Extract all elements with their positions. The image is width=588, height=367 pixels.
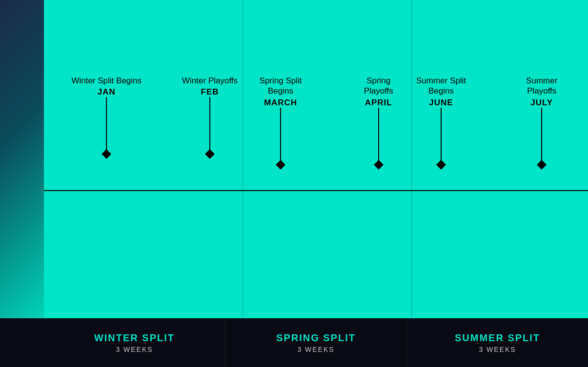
event-spring-split-begins: Spring Split BeginsMARCH [251,0,310,193]
event-name-winter-playoffs: Winter Playoffs [181,76,239,86]
diamond-spring-playoffs [374,160,384,170]
event-month-spring-split-begins: MARCH [251,98,310,108]
event-summer-split-begins: Summer Split BeginsJUNE [412,0,470,193]
event-winter-playoffs: Winter PlayoffsFEB [181,0,239,193]
connector-winter-playoffs [209,97,210,151]
divider-line-0 [243,0,243,318]
bottom-section-winter-split: WINTER SPLIT3 WEEKS [44,318,225,367]
bottom-section-title-summer-split: SUMMER SPLIT [455,332,540,344]
event-name-summer-playoffs: Summer Playoffs [512,76,571,97]
diamond-summer-split-begins [436,160,446,170]
connector-spring-split-begins [280,108,281,161]
bottom-section-title-spring-split: SPRING SPLIT [276,332,356,344]
connector-summer-playoffs [541,108,542,161]
event-month-spring-playoffs: APRIL [349,98,408,108]
bottom-sections: WINTER SPLIT3 WEEKSSPRING SPLIT3 WEEKSSU… [44,318,588,367]
bottom-bar: WINTER SPLIT3 WEEKSSPRING SPLIT3 WEEKSSU… [0,318,588,367]
event-month-summer-split-begins: JUNE [412,98,470,108]
main-container: Winter Split BeginsJANWinter PlayoffsFEB… [0,0,588,367]
bottom-section-subtitle-winter-split: 3 WEEKS [116,346,153,353]
timeline-content: Winter Split BeginsJANWinter PlayoffsFEB… [44,0,588,318]
event-name-spring-split-begins: Spring Split Begins [251,76,310,97]
bottom-section-subtitle-summer-split: 3 WEEKS [479,346,516,353]
bottom-section-summer-split: SUMMER SPLIT3 WEEKS [407,318,588,367]
event-winter-split-begins: Winter Split BeginsJAN [71,0,142,193]
event-name-summer-split-begins: Summer Split Begins [412,76,470,97]
left-sidebar [0,0,44,318]
event-spring-playoffs: Spring PlayoffsAPRIL [349,0,408,193]
diamond-spring-split-begins [276,160,285,170]
bottom-section-spring-split: SPRING SPLIT3 WEEKS [225,318,407,367]
connector-summer-split-begins [441,108,442,161]
diamond-winter-split-begins [101,149,111,159]
connector-winter-split-begins [106,97,107,151]
connector-spring-playoffs [378,108,379,161]
bottom-section-subtitle-spring-split: 3 WEEKS [297,346,334,353]
diamond-summer-playoffs [537,160,547,170]
event-name-winter-split-begins: Winter Split Begins [71,76,142,86]
bottom-bar-sidebar [0,318,44,367]
event-summer-playoffs: Summer PlayoffsJULY [512,0,571,193]
diamond-winter-playoffs [205,149,215,159]
event-name-spring-playoffs: Spring Playoffs [349,76,408,97]
bottom-section-title-winter-split: WINTER SPLIT [94,332,175,344]
timeline-area: Winter Split BeginsJANWinter PlayoffsFEB… [0,0,588,318]
event-month-summer-playoffs: JULY [512,98,571,108]
event-month-winter-split-begins: JAN [71,87,142,97]
event-month-winter-playoffs: FEB [181,87,239,97]
